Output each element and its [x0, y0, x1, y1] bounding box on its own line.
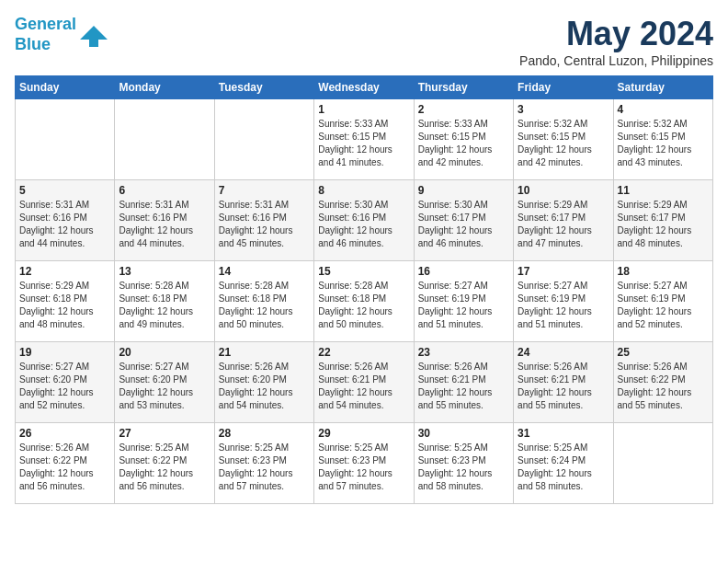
day-info: Sunrise: 5:25 AM Sunset: 6:23 PM Dayligh…	[418, 442, 509, 493]
calendar-cell: 6Sunrise: 5:31 AM Sunset: 6:16 PM Daylig…	[115, 180, 214, 261]
logo: General Blue	[15, 15, 108, 54]
day-number: 14	[219, 265, 310, 278]
day-info: Sunrise: 5:25 AM Sunset: 6:22 PM Dayligh…	[119, 442, 210, 493]
day-info: Sunrise: 5:28 AM Sunset: 6:18 PM Dayligh…	[219, 280, 310, 331]
day-info: Sunrise: 5:32 AM Sunset: 6:15 PM Dayligh…	[618, 118, 709, 169]
calendar-cell	[613, 423, 712, 504]
calendar-cell: 24Sunrise: 5:26 AM Sunset: 6:21 PM Dayli…	[514, 342, 613, 423]
day-number: 16	[418, 265, 509, 278]
calendar-cell: 21Sunrise: 5:26 AM Sunset: 6:20 PM Dayli…	[214, 342, 313, 423]
day-number: 23	[418, 346, 509, 359]
calendar-cell: 18Sunrise: 5:27 AM Sunset: 6:19 PM Dayli…	[613, 261, 712, 342]
logo-line2: Blue	[15, 35, 51, 53]
calendar-week-3: 12Sunrise: 5:29 AM Sunset: 6:18 PM Dayli…	[16, 261, 713, 342]
day-info: Sunrise: 5:27 AM Sunset: 6:20 PM Dayligh…	[19, 361, 110, 412]
column-header-thursday: Thursday	[414, 76, 513, 99]
column-header-friday: Friday	[514, 76, 613, 99]
day-info: Sunrise: 5:30 AM Sunset: 6:17 PM Dayligh…	[418, 199, 509, 250]
calendar-body: 1Sunrise: 5:33 AM Sunset: 6:15 PM Daylig…	[16, 99, 713, 504]
day-info: Sunrise: 5:28 AM Sunset: 6:18 PM Dayligh…	[119, 280, 210, 331]
calendar-cell: 2Sunrise: 5:33 AM Sunset: 6:15 PM Daylig…	[414, 99, 513, 180]
logo-icon	[80, 21, 108, 49]
calendar-header-row: SundayMondayTuesdayWednesdayThursdayFrid…	[16, 76, 713, 99]
calendar-cell: 10Sunrise: 5:29 AM Sunset: 6:17 PM Dayli…	[514, 180, 613, 261]
day-info: Sunrise: 5:25 AM Sunset: 6:23 PM Dayligh…	[219, 442, 310, 493]
day-number: 27	[119, 427, 210, 440]
column-header-sunday: Sunday	[16, 76, 115, 99]
calendar-cell: 27Sunrise: 5:25 AM Sunset: 6:22 PM Dayli…	[115, 423, 214, 504]
day-info: Sunrise: 5:31 AM Sunset: 6:16 PM Dayligh…	[19, 199, 110, 250]
calendar-cell: 20Sunrise: 5:27 AM Sunset: 6:20 PM Dayli…	[115, 342, 214, 423]
day-info: Sunrise: 5:33 AM Sunset: 6:15 PM Dayligh…	[418, 118, 509, 169]
calendar-cell: 16Sunrise: 5:27 AM Sunset: 6:19 PM Dayli…	[414, 261, 513, 342]
column-header-monday: Monday	[115, 76, 214, 99]
calendar-cell: 13Sunrise: 5:28 AM Sunset: 6:18 PM Dayli…	[115, 261, 214, 342]
calendar-cell: 25Sunrise: 5:26 AM Sunset: 6:22 PM Dayli…	[613, 342, 712, 423]
calendar-table: SundayMondayTuesdayWednesdayThursdayFrid…	[15, 75, 713, 504]
day-number: 31	[518, 427, 609, 440]
day-number: 4	[618, 103, 709, 116]
day-number: 29	[318, 427, 409, 440]
day-info: Sunrise: 5:29 AM Sunset: 6:17 PM Dayligh…	[518, 199, 609, 250]
calendar-cell: 28Sunrise: 5:25 AM Sunset: 6:23 PM Dayli…	[214, 423, 313, 504]
day-info: Sunrise: 5:31 AM Sunset: 6:16 PM Dayligh…	[219, 199, 310, 250]
day-info: Sunrise: 5:32 AM Sunset: 6:15 PM Dayligh…	[518, 118, 609, 169]
day-info: Sunrise: 5:29 AM Sunset: 6:17 PM Dayligh…	[618, 199, 709, 250]
calendar-cell: 15Sunrise: 5:28 AM Sunset: 6:18 PM Dayli…	[314, 261, 414, 342]
day-number: 5	[19, 184, 110, 197]
day-info: Sunrise: 5:30 AM Sunset: 6:16 PM Dayligh…	[318, 199, 409, 250]
calendar-cell: 14Sunrise: 5:28 AM Sunset: 6:18 PM Dayli…	[214, 261, 313, 342]
day-info: Sunrise: 5:26 AM Sunset: 6:21 PM Dayligh…	[318, 361, 409, 412]
day-info: Sunrise: 5:26 AM Sunset: 6:22 PM Dayligh…	[618, 361, 709, 412]
day-number: 28	[219, 427, 310, 440]
calendar-week-5: 26Sunrise: 5:26 AM Sunset: 6:22 PM Dayli…	[16, 423, 713, 504]
page-header: General Blue May 2024 Pando, Central Luz…	[15, 15, 713, 68]
column-header-saturday: Saturday	[613, 76, 712, 99]
day-info: Sunrise: 5:28 AM Sunset: 6:18 PM Dayligh…	[318, 280, 409, 331]
day-number: 26	[19, 427, 110, 440]
day-info: Sunrise: 5:27 AM Sunset: 6:19 PM Dayligh…	[518, 280, 609, 331]
day-number: 18	[618, 265, 709, 278]
day-number: 9	[418, 184, 509, 197]
calendar-cell: 5Sunrise: 5:31 AM Sunset: 6:16 PM Daylig…	[16, 180, 115, 261]
calendar-cell: 7Sunrise: 5:31 AM Sunset: 6:16 PM Daylig…	[214, 180, 313, 261]
day-number: 19	[19, 346, 110, 359]
day-number: 13	[119, 265, 210, 278]
calendar-cell	[214, 99, 313, 180]
calendar-cell: 23Sunrise: 5:26 AM Sunset: 6:21 PM Dayli…	[414, 342, 513, 423]
day-number: 20	[119, 346, 210, 359]
calendar-cell: 8Sunrise: 5:30 AM Sunset: 6:16 PM Daylig…	[314, 180, 414, 261]
day-info: Sunrise: 5:26 AM Sunset: 6:22 PM Dayligh…	[19, 442, 110, 493]
month-title: May 2024	[519, 15, 713, 53]
day-number: 30	[418, 427, 509, 440]
day-number: 24	[518, 346, 609, 359]
day-number: 11	[618, 184, 709, 197]
calendar-week-4: 19Sunrise: 5:27 AM Sunset: 6:20 PM Dayli…	[16, 342, 713, 423]
day-number: 25	[618, 346, 709, 359]
day-info: Sunrise: 5:31 AM Sunset: 6:16 PM Dayligh…	[119, 199, 210, 250]
location-subtitle: Pando, Central Luzon, Philippines	[519, 53, 713, 68]
calendar-cell	[115, 99, 214, 180]
calendar-cell: 19Sunrise: 5:27 AM Sunset: 6:20 PM Dayli…	[16, 342, 115, 423]
day-number: 22	[318, 346, 409, 359]
calendar-cell: 31Sunrise: 5:25 AM Sunset: 6:24 PM Dayli…	[514, 423, 613, 504]
calendar-cell: 3Sunrise: 5:32 AM Sunset: 6:15 PM Daylig…	[514, 99, 613, 180]
day-info: Sunrise: 5:33 AM Sunset: 6:15 PM Dayligh…	[318, 118, 409, 169]
title-block: May 2024 Pando, Central Luzon, Philippin…	[519, 15, 713, 68]
calendar-cell: 26Sunrise: 5:26 AM Sunset: 6:22 PM Dayli…	[16, 423, 115, 504]
calendar-cell: 30Sunrise: 5:25 AM Sunset: 6:23 PM Dayli…	[414, 423, 513, 504]
calendar-week-1: 1Sunrise: 5:33 AM Sunset: 6:15 PM Daylig…	[16, 99, 713, 180]
day-info: Sunrise: 5:27 AM Sunset: 6:20 PM Dayligh…	[119, 361, 210, 412]
calendar-cell: 12Sunrise: 5:29 AM Sunset: 6:18 PM Dayli…	[16, 261, 115, 342]
day-info: Sunrise: 5:26 AM Sunset: 6:21 PM Dayligh…	[518, 361, 609, 412]
day-info: Sunrise: 5:25 AM Sunset: 6:23 PM Dayligh…	[318, 442, 409, 493]
day-info: Sunrise: 5:25 AM Sunset: 6:24 PM Dayligh…	[518, 442, 609, 493]
calendar-cell: 9Sunrise: 5:30 AM Sunset: 6:17 PM Daylig…	[414, 180, 513, 261]
logo-text: General Blue	[15, 15, 76, 54]
calendar-cell: 17Sunrise: 5:27 AM Sunset: 6:19 PM Dayli…	[514, 261, 613, 342]
day-info: Sunrise: 5:27 AM Sunset: 6:19 PM Dayligh…	[618, 280, 709, 331]
day-number: 10	[518, 184, 609, 197]
column-header-wednesday: Wednesday	[314, 76, 414, 99]
day-number: 12	[19, 265, 110, 278]
day-number: 21	[219, 346, 310, 359]
